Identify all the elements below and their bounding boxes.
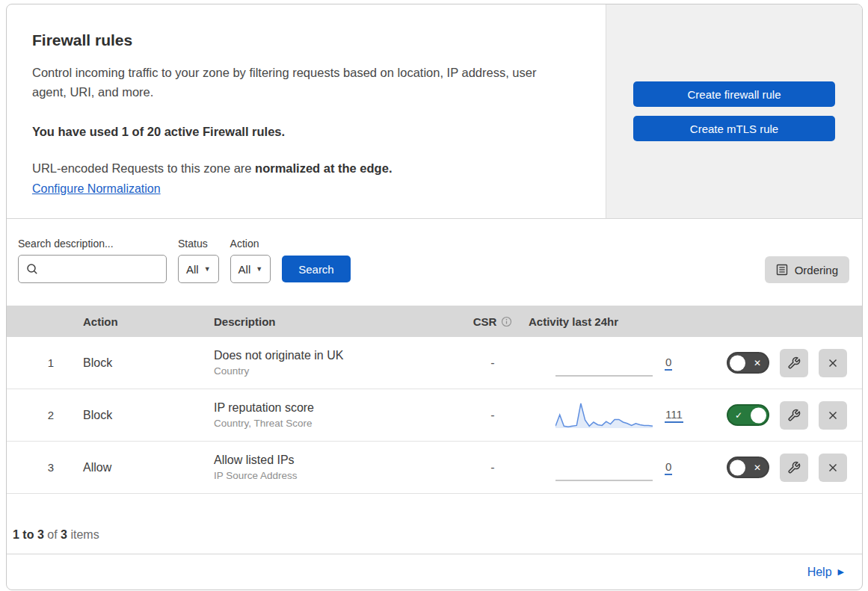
page-description: Control incoming traffic to your zone by… bbox=[32, 63, 567, 102]
delete-rule-button[interactable] bbox=[819, 349, 847, 377]
rule-enabled-toggle[interactable]: ✓ ✕ bbox=[727, 352, 769, 374]
ordering-button-label: Ordering bbox=[795, 264, 838, 276]
action-label: Action bbox=[230, 238, 271, 250]
chevron-down-icon: ▼ bbox=[256, 266, 262, 273]
rule-controls: ✓ ✕ bbox=[704, 349, 847, 377]
normalization-note-bold: normalized at the edge. bbox=[255, 161, 392, 175]
x-icon: ✕ bbox=[754, 463, 761, 472]
create-firewall-rule-button[interactable]: Create firewall rule bbox=[633, 81, 835, 107]
rule-csr-value: - bbox=[457, 409, 529, 422]
rule-activity: 0 bbox=[529, 453, 704, 483]
activity-sparkline bbox=[555, 453, 653, 483]
status-field: Status All ▼ bbox=[178, 238, 219, 283]
page-title: Firewall rules bbox=[32, 31, 576, 49]
status-label: Status bbox=[178, 238, 219, 250]
ordering-button[interactable]: Ordering bbox=[765, 256, 849, 283]
search-field: Search description... bbox=[18, 238, 167, 283]
toggle-knob bbox=[730, 355, 745, 371]
search-label: Search description... bbox=[18, 238, 167, 250]
rule-action: Block bbox=[83, 356, 214, 370]
rule-controls: ✓ ✕ bbox=[704, 401, 847, 430]
rule-description-title: IP reputation score bbox=[214, 401, 457, 415]
toggle-knob bbox=[730, 460, 745, 475]
normalization-note: URL-encoded Requests to this zone are no… bbox=[32, 161, 576, 176]
rule-activity: 111 bbox=[529, 400, 704, 430]
action-field: Action All ▼ bbox=[230, 238, 271, 283]
column-csr: CSR bbox=[457, 315, 529, 328]
pagination-range: 1 to 3 bbox=[13, 528, 44, 541]
status-dropdown[interactable]: All ▼ bbox=[178, 255, 219, 283]
rule-priority: 3 bbox=[19, 461, 83, 474]
search-input-wrapper bbox=[18, 255, 167, 283]
rule-enabled-toggle[interactable]: ✓ ✕ bbox=[727, 404, 769, 426]
activity-count-link[interactable]: 0 bbox=[665, 356, 672, 371]
action-value: All bbox=[238, 263, 251, 276]
rule-description-fields: Country, Threat Score bbox=[214, 418, 457, 429]
delete-rule-button[interactable] bbox=[819, 454, 847, 482]
chevron-down-icon: ▼ bbox=[204, 266, 211, 273]
activity-sparkline bbox=[555, 348, 653, 378]
edit-rule-button[interactable] bbox=[780, 454, 808, 482]
column-description: Description bbox=[214, 315, 457, 328]
create-mtls-rule-button[interactable]: Create mTLS rule bbox=[633, 116, 835, 141]
toggle-knob bbox=[751, 407, 766, 423]
column-csr-label: CSR bbox=[473, 315, 497, 328]
rule-description: IP reputation score Country, Threat Scor… bbox=[214, 401, 457, 429]
search-icon bbox=[26, 263, 38, 275]
rule-action: Block bbox=[83, 409, 214, 422]
activity-count-link[interactable]: 0 bbox=[665, 460, 672, 475]
x-icon: ✕ bbox=[754, 359, 761, 368]
wrench-icon bbox=[787, 356, 801, 370]
close-icon bbox=[826, 409, 840, 422]
table-row: 1 Block Does not originate in UK Country… bbox=[7, 337, 862, 389]
help-link[interactable]: Help ▶ bbox=[807, 566, 844, 579]
status-value: All bbox=[186, 263, 199, 276]
table-header: Action Description CSR Activity last 24h… bbox=[7, 306, 862, 337]
activity-count-link[interactable]: 111 bbox=[665, 408, 683, 423]
list-icon bbox=[776, 264, 788, 276]
rule-priority: 2 bbox=[19, 409, 83, 421]
rule-description-fields: IP Source Address bbox=[214, 470, 457, 481]
close-icon bbox=[826, 356, 840, 370]
rule-controls: ✓ ✕ bbox=[704, 454, 847, 482]
table-row: 2 Block IP reputation score Country, Thr… bbox=[7, 389, 862, 442]
check-icon: ✓ bbox=[735, 411, 742, 420]
rule-description: Allow listed IPs IP Source Address bbox=[214, 454, 457, 481]
rule-action: Allow bbox=[83, 461, 214, 474]
rule-csr-value: - bbox=[457, 461, 529, 474]
activity-sparkline bbox=[555, 400, 653, 430]
rule-description-title: Allow listed IPs bbox=[214, 454, 457, 467]
usage-summary: You have used 1 of 20 active Firewall ru… bbox=[32, 125, 576, 139]
wrench-icon bbox=[787, 461, 801, 474]
pagination-total: 3 bbox=[61, 528, 67, 541]
help-band: Help ▶ bbox=[7, 554, 862, 590]
filter-bar: Search description... Status All ▼ Actio… bbox=[7, 219, 862, 306]
overview-text: Firewall rules Control incoming traffic … bbox=[7, 4, 606, 218]
help-arrow-icon: ▶ bbox=[838, 568, 844, 576]
rule-description: Does not originate in UK Country bbox=[214, 349, 457, 377]
configure-normalization-link[interactable]: Configure Normalization bbox=[32, 182, 161, 195]
close-icon bbox=[826, 461, 840, 474]
pagination-items: items bbox=[70, 528, 99, 541]
edit-rule-button[interactable] bbox=[780, 401, 808, 430]
normalization-note-text: URL-encoded Requests to this zone are bbox=[32, 161, 255, 175]
wrench-icon bbox=[787, 409, 801, 422]
column-action: Action bbox=[83, 315, 214, 328]
action-dropdown[interactable]: All ▼ bbox=[230, 255, 271, 283]
rule-enabled-toggle[interactable]: ✓ ✕ bbox=[727, 457, 769, 478]
help-link-label: Help bbox=[807, 566, 832, 579]
edit-rule-button[interactable] bbox=[780, 349, 808, 377]
search-input[interactable] bbox=[43, 263, 158, 276]
info-icon[interactable] bbox=[501, 316, 512, 327]
rule-csr-value: - bbox=[457, 356, 529, 370]
table-row: 3 Allow Allow listed IPs IP Source Addre… bbox=[7, 442, 862, 494]
pagination-of: of bbox=[47, 528, 57, 541]
actions-panel: Create firewall rule Create mTLS rule bbox=[606, 4, 862, 218]
pagination-summary: 1 to 3 of 3 items bbox=[7, 494, 862, 554]
delete-rule-button[interactable] bbox=[819, 401, 847, 430]
firewall-rules-panel: Firewall rules Control incoming traffic … bbox=[6, 4, 863, 590]
overview-section: Firewall rules Control incoming traffic … bbox=[7, 4, 862, 219]
rule-activity: 0 bbox=[529, 348, 704, 378]
search-button[interactable]: Search bbox=[282, 256, 351, 282]
rule-description-title: Does not originate in UK bbox=[214, 349, 457, 362]
